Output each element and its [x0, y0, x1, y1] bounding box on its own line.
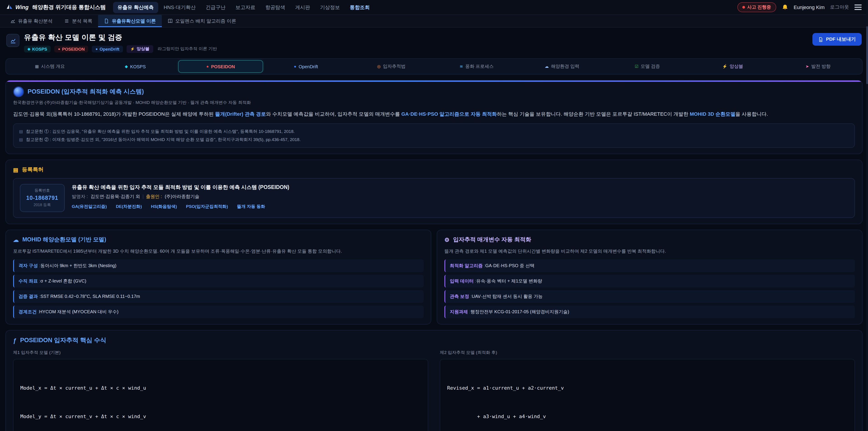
- pill-label: 입자추적법: [383, 63, 405, 70]
- formula-section-card: ƒ POSEIDON 입자추적 핵심 수식 제1 입자추적 모델 (기본) Mo…: [5, 330, 863, 431]
- pill-label: 해양환경 입력: [551, 63, 580, 70]
- link-ga[interactable]: GA(유전알고리즘): [72, 204, 107, 210]
- user-name: Eunjeong Kim: [794, 4, 825, 10]
- para-text: 하는 핵심 기술을 보유합니다. 해양순환 기반 모델은 포르투갈 IST/MA…: [497, 111, 690, 117]
- spec-row: 수직 좌표 σ + Z-level 혼합 (GVC): [13, 275, 424, 288]
- references-box: ▤ 참고문헌 ① : 김도연·김용묵, "유출유 확산 예측을 위한 입자 추적…: [13, 124, 855, 148]
- page-subtitle: 라그랑지안 입자추적 이론 기반: [158, 46, 217, 52]
- dot-icon: ●: [58, 47, 60, 51]
- nav-item-spill-forecast[interactable]: 유출유 확산예측: [113, 2, 158, 13]
- link-pso[interactable]: PSO(입자군집최적화): [186, 204, 228, 210]
- nav-pill-kosps[interactable]: ◆ KOSPS: [93, 60, 178, 73]
- app-logo[interactable]: Wing 해양환경 위기대응 통합시스템: [6, 3, 106, 11]
- incident-label: 사고 진행중: [747, 4, 771, 10]
- optimization-title: 입자추적 매개변수 자동 최적화: [453, 236, 531, 244]
- wave-icon: ≋: [460, 64, 463, 69]
- spec-label: 격자 구성: [19, 263, 40, 269]
- tab-analysis-list[interactable]: 분석 목록: [59, 15, 98, 27]
- patent-body: 유출유 확산 예측을 위한 입자 추적 모듈 최적화 방법 및 이를 이용한 예…: [72, 184, 289, 210]
- formula-model1: 제1 입자추적 모델 (기본) Model_x = Δt × current_u…: [13, 350, 428, 431]
- pdf-export-icon: [818, 37, 823, 42]
- nav-item-rescue[interactable]: 긴급구난: [201, 2, 230, 13]
- nav-pill-system-overview[interactable]: ▦ 시스템 개요: [7, 60, 93, 73]
- applicant-value: (주)아라종합기술: [165, 194, 199, 200]
- code-line: + a3·wind_u + a4·wind_v: [447, 412, 848, 422]
- clipboard-icon: ▤: [13, 167, 18, 173]
- tag-label: POSEIDON: [62, 47, 85, 52]
- nav-item-integrated-search[interactable]: 통합조회: [345, 2, 374, 13]
- nav-item-aerial-search[interactable]: 항공탐색: [261, 2, 290, 13]
- main-menu: 유출유 확산예측 HNS·대기확산 긴급구난 보고자료 항공탐색 게시판 기상정…: [113, 2, 374, 13]
- nav-pill-poseidon[interactable]: ● POSEIDON: [178, 60, 264, 73]
- divider: [143, 194, 143, 199]
- spec-row: 지원과제 행정안전부 KCG-01-2017-05 (해양경비지원기술): [444, 306, 855, 318]
- bell-icon[interactable]: [781, 4, 788, 11]
- scrollbar-thumb[interactable]: [866, 26, 868, 84]
- nav-item-hns[interactable]: HNS·대기확산: [159, 2, 200, 13]
- function-icon: ƒ: [13, 337, 17, 344]
- code-line: Revised_x = a1·current_u + a2·current_v: [447, 384, 848, 393]
- para-highlight: MOHID 3D 순환모델: [690, 111, 736, 117]
- tab-boom-algorithm-theory[interactable]: 오일펜스 배치 알고리즘 이론: [162, 15, 242, 27]
- dot-icon: ●: [96, 47, 98, 51]
- optimization-card: ⚙ 입자추적 매개변수 자동 최적화 뜰개 관측 경로와 제1 모델 예측값의 …: [437, 230, 863, 325]
- nav-pill-validation[interactable]: ☑ 모델 검증: [604, 60, 690, 73]
- document-icon: [104, 19, 109, 24]
- registration-label: 등록번호: [26, 188, 58, 194]
- nav-pill-particle-tracking[interactable]: ◎ 입자추적법: [348, 60, 434, 73]
- patent-meta: 발명자 : 김도연·김용묵·김종기 외 출원인 : (주)아라종합기술: [72, 194, 289, 200]
- spec-label: 관측 보정: [450, 294, 472, 300]
- reference-2: ▤ 참고문헌 ② : 이재호·임병준·김도연 외, "2016년 동아시아 해역…: [19, 136, 849, 144]
- applicant-label: 출원인 :: [146, 194, 162, 200]
- spec-value: HYCOM 재분석 (MYOCEAN 대비 우수): [39, 309, 119, 315]
- model1-label: 제1 입자추적 모델 (기본): [13, 350, 428, 356]
- nav-pill-weathering[interactable]: ≋ 풍화 프로세스: [434, 60, 520, 73]
- logout-button[interactable]: 로그아웃: [830, 4, 849, 10]
- registration-number: 10-1868791: [26, 195, 58, 202]
- nav-item-weather[interactable]: 기상정보: [315, 2, 344, 13]
- registration-year: 2018 등록: [26, 203, 58, 208]
- grid-icon: ▦: [35, 64, 39, 69]
- poseidon-paragraph: 김도연·김용묵 외(등록특허 10-1868791, 2018)가 개발한 PO…: [13, 110, 855, 119]
- link-de[interactable]: DE(차분진화): [116, 204, 142, 210]
- nav-pill-opendrift[interactable]: ● OpenDrift: [264, 60, 349, 73]
- spec-value: SST RMSE 0.42~0.78°C, SLA RMSE 0.11~0.17…: [40, 294, 140, 299]
- formula-model2: 제2 입자추적 모델 (최적화 후) Revised_x = a1·curren…: [440, 350, 855, 431]
- patent-section-card: ▤ 등록특허 등록번호 10-1868791 2018 등록 유출유 확산 예측…: [5, 160, 863, 224]
- poseidon-section-title-row: POSEIDON (입자추적 최적화 예측 시스템): [13, 86, 855, 97]
- spec-label: 지원과제: [450, 309, 470, 315]
- model-detail-columns: ☁ MOHID 해양순환모델 (기반 모델) 포르투갈 IST/MARETEC에…: [5, 230, 863, 325]
- patent-section-title-row: ▤ 등록특허: [13, 166, 855, 174]
- patent-card: 등록번호 10-1868791 2018 등록 유출유 확산 예측을 위한 입자…: [13, 178, 855, 218]
- nav-pill-ocean-input[interactable]: ☁ 해양환경 입력: [520, 60, 605, 73]
- optimization-description: 뜰개 관측 경로와 제1 모델 예측값의 단위시간별 변화량을 비교하여 제2 …: [444, 247, 855, 255]
- pill-label: 모델 검증: [641, 63, 660, 70]
- chart-doc-icon: [10, 37, 16, 43]
- link-hs[interactable]: HS(화음탐색): [151, 204, 177, 210]
- tab-spill-analysis[interactable]: 유출유 확산분석: [4, 15, 59, 27]
- spec-row: 관측 보정 UAV·선박 탑재 센서 동시 활용 가능: [444, 290, 855, 303]
- para-highlight: 뜰개(Drifter) 관측 경로: [215, 111, 266, 117]
- pill-label: 풍화 프로세스: [465, 63, 494, 70]
- para-highlight: GA·DE·HS·PSO 알고리즘으로 자동 최적화: [401, 111, 497, 117]
- link-drifter-assimilation[interactable]: 뜰개 자동 동화: [237, 204, 266, 210]
- spec-value: 동아시아 9km + 한반도 3km (Nesting): [40, 263, 116, 269]
- pdf-export-button[interactable]: PDF 내보내기: [812, 33, 862, 45]
- menu-icon[interactable]: [855, 4, 862, 10]
- inventor-value: 김도연·김용묵·김종기 외: [91, 194, 140, 200]
- incident-status-badge[interactable]: 사고 진행중: [737, 2, 776, 12]
- patent-links: GA(유전알고리즘) DE(차분진화) HS(화음탐색) PSO(입자군집최적화…: [72, 204, 289, 210]
- nav-pill-future[interactable]: ➤ 발전 방향: [775, 60, 861, 73]
- spec-label: 최적화 알고리즘: [450, 263, 485, 269]
- pill-label: 시스템 개요: [41, 63, 65, 70]
- tag-label: 앙상블: [136, 46, 149, 52]
- nav-item-reports[interactable]: 보고자료: [231, 2, 260, 13]
- formula-section-title: POSEIDON 입자추적 핵심 수식: [20, 337, 106, 345]
- nav-item-board[interactable]: 게시판: [291, 2, 315, 13]
- bolt-icon: ⚡: [722, 64, 727, 69]
- main-content: 유출유 확산 모델 이론 및 검증 ◆ KOSPS ● POSEIDON ● O…: [0, 28, 868, 431]
- vertical-scrollbar[interactable]: [866, 0, 868, 431]
- tab-model-theory[interactable]: 유출유확산모델 이론: [98, 15, 162, 27]
- dot-icon: ●: [206, 64, 209, 69]
- nav-pill-ensemble[interactable]: ⚡ 앙상블: [690, 60, 776, 73]
